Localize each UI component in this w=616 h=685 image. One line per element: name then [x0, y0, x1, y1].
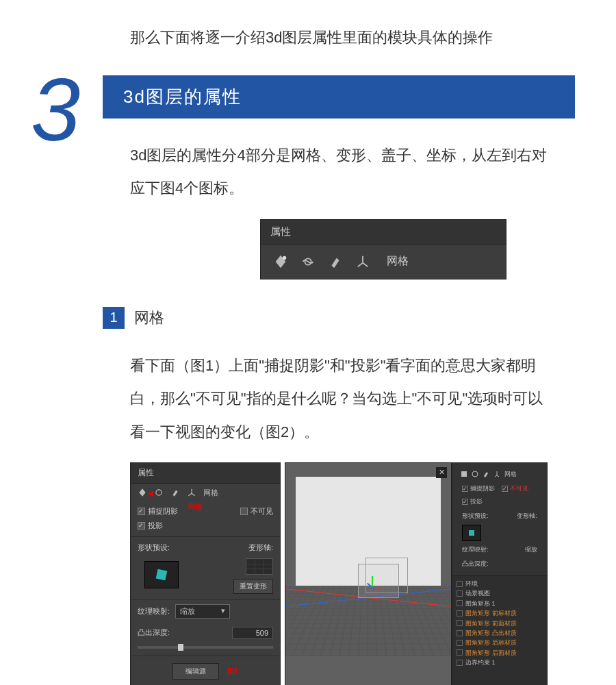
visibility-icon	[457, 581, 463, 587]
svg-rect-5	[461, 471, 467, 477]
extrude-depth-slider[interactable]	[138, 646, 273, 649]
extrude-depth-input[interactable]: 509	[232, 627, 273, 639]
visibility-icon[interactable]	[457, 660, 463, 666]
deform-tab-icon[interactable]	[472, 471, 478, 477]
cast-shadow-checkbox[interactable]: 投影	[138, 521, 273, 531]
fig1-title: 属性	[131, 463, 280, 484]
panel-tab-label: 网格	[387, 254, 409, 269]
cap-tab-icon[interactable]	[328, 254, 343, 269]
body-paragraph-1: 3d图层的属性分4部分是网格、变形、盖子、坐标，从左到右对应下图4个图标。	[130, 139, 548, 206]
figure-1-caption: 图1	[227, 667, 238, 676]
close-icon[interactable]: ✕	[436, 467, 447, 478]
tree-item[interactable]: 图角矩形 1	[457, 599, 543, 608]
tree-env[interactable]: 环境	[457, 579, 543, 588]
red-annotation-label: 网格	[188, 502, 202, 512]
section-number: 3	[31, 58, 80, 161]
deform-axis-grid[interactable]	[246, 558, 273, 575]
gizmo-z-icon	[367, 583, 375, 590]
coords-tab-icon[interactable]	[355, 254, 370, 269]
invisible-checkbox[interactable]: 不可见	[502, 484, 528, 493]
invisible-checkbox[interactable]: 不可见	[240, 506, 273, 516]
cube-icon	[156, 569, 168, 581]
mesh-tab-icon[interactable]	[461, 471, 467, 477]
capture-shadow-checkbox[interactable]: 捕捉阴影	[138, 506, 178, 516]
extrude-depth-label: 凸出深度:	[138, 627, 170, 638]
tree-item[interactable]: 图角矩形 前面材质	[457, 619, 543, 628]
extrude-depth-label: 凸出深度:	[462, 560, 489, 569]
shape-preset-label: 形状预设:	[462, 512, 489, 521]
scene-tree[interactable]: 环境 场景视图 图角矩形 1图角矩形 前标材质图角矩形 前面材质图角矩形 凸出材…	[452, 576, 547, 685]
section-header: 3d图层的属性	[103, 75, 575, 119]
body-paragraph-2: 看下面（图1）上面"捕捉阴影"和"投影"看字面的意思大家都明白，那么"不可见"指…	[130, 349, 548, 449]
figure-2: ✕ 网格 捕捉阴影 不可见 投影 形状预设:	[285, 462, 548, 685]
figure-1-panel: 属性 网格 ◄ 捕捉阴影 不可见 投影 网格 形状预设: 变形轴:	[130, 462, 281, 685]
cap-tab-icon[interactable]	[170, 488, 180, 497]
texture-map-label: 纹理映射:	[138, 606, 170, 616]
tree-item[interactable]: 图角矩形 前标材质	[457, 608, 543, 618]
coords-tab-icon[interactable]	[187, 488, 196, 497]
tree-scene[interactable]: 场景视图	[457, 588, 543, 598]
cast-shadow-label: 投影	[148, 521, 163, 531]
svg-point-4	[156, 490, 162, 495]
tree-item[interactable]: 图角矩形 凸出材质	[457, 628, 543, 638]
deform-axis-label: 变形轴:	[517, 512, 537, 521]
tree-item[interactable]: 图角矩形 后面材质	[457, 648, 543, 658]
cap-tab-icon[interactable]	[483, 471, 489, 477]
deform-tab-icon[interactable]	[300, 254, 316, 269]
properties-panel-header: 属性 网格	[260, 219, 506, 279]
edit-source-button[interactable]: 编辑源	[172, 663, 219, 680]
panel-title: 属性	[261, 220, 506, 245]
fig2-panel-label: 网格	[504, 470, 517, 479]
visibility-icon[interactable]	[457, 640, 463, 646]
svg-point-6	[472, 471, 478, 477]
visibility-icon[interactable]	[457, 630, 463, 636]
viewport-3d[interactable]: ✕	[285, 462, 452, 685]
coords-tab-icon[interactable]	[493, 471, 500, 477]
texture-map-label: 纹理映射:	[462, 545, 489, 554]
visibility-icon[interactable]	[457, 610, 463, 616]
texture-map-select[interactable]: 缩放▾	[175, 604, 230, 619]
transform-gizmo[interactable]	[363, 579, 381, 597]
tree-item[interactable]: 边界约束 1	[457, 658, 543, 667]
chevron-down-icon: ▾	[221, 606, 225, 616]
reset-deform-button[interactable]: 重置变形	[233, 579, 273, 594]
svg-point-1	[283, 256, 287, 260]
intro-text: 那么下面将逐一介绍3d图层属性里面的模块具体的操作	[130, 27, 575, 48]
visibility-icon[interactable]	[457, 620, 463, 626]
visibility-icon[interactable]	[457, 649, 463, 656]
shape-preset-thumb[interactable]	[462, 525, 481, 541]
fig1-tab-label: 网格	[203, 488, 218, 498]
mesh-tab-icon[interactable]	[273, 254, 288, 269]
shape-preset-label: 形状预设:	[138, 543, 199, 553]
svg-marker-7	[484, 472, 488, 477]
shape-preset-thumb[interactable]	[144, 561, 179, 588]
capture-shadow-label: 捕捉阴影	[148, 506, 178, 516]
subsection-title: 网格	[134, 308, 164, 328]
texture-map-value: 缩放	[525, 545, 537, 554]
visibility-icon	[457, 590, 463, 597]
invisible-label: 不可见	[251, 506, 273, 516]
svg-marker-3	[139, 489, 145, 497]
visibility-icon[interactable]	[457, 600, 463, 606]
red-arrow-annotation: ◄	[146, 488, 155, 499]
capture-shadow-checkbox[interactable]: 捕捉阴影	[462, 484, 495, 493]
cast-shadow-checkbox[interactable]: 投影	[462, 497, 537, 506]
figure-2-side-panel: 网格 捕捉阴影 不可见 投影 形状预设:变形轴: 纹理映射:缩放 凸出深度: 环…	[452, 462, 548, 685]
tree-item[interactable]: 图角矩形 后标材质	[457, 638, 543, 647]
cube-icon	[469, 530, 474, 536]
deform-axis-label: 变形轴:	[211, 543, 273, 553]
deform-tab-icon[interactable]	[154, 488, 164, 497]
subsection-number: 1	[103, 307, 125, 329]
